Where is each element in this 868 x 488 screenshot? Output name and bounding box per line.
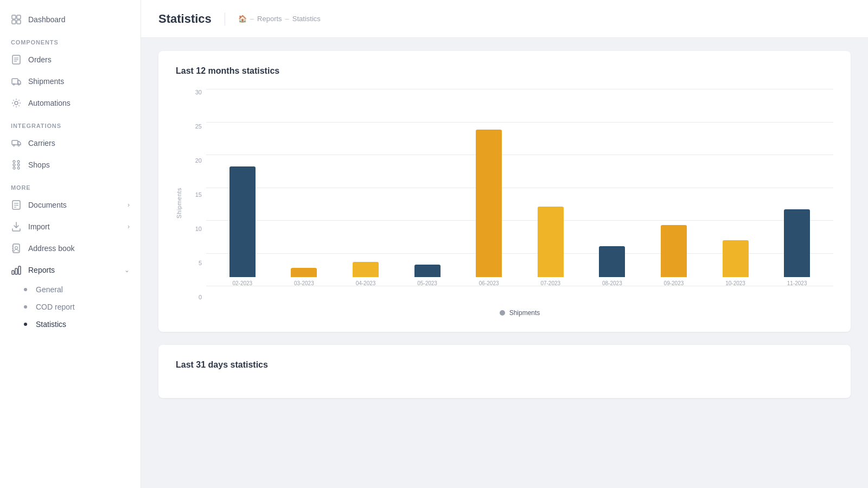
y-label-20: 20 — [195, 157, 202, 164]
breadcrumb-sep-2: – — [285, 15, 289, 23]
sidebar: Dashboard COMPONENTS Orders Shipments — [0, 0, 141, 488]
breadcrumb: 🏠 – Reports – Statistics — [238, 15, 321, 23]
automations-icon — [11, 98, 22, 108]
bar-label-11-2023: 11-2023 — [787, 280, 807, 286]
bar-06-2023[interactable] — [476, 130, 502, 277]
sidebar-sub-item-statistics-label: Statistics — [36, 320, 66, 329]
bar-11-2023[interactable] — [784, 209, 810, 277]
main-content: Statistics 🏠 – Reports – Statistics Last… — [141, 0, 868, 488]
sidebar-sub-item-general-label: General — [36, 285, 63, 294]
shipments-icon — [11, 76, 22, 87]
svg-rect-1 — [17, 15, 21, 19]
svg-rect-8 — [12, 79, 18, 84]
sidebar-item-carriers[interactable]: Carriers — [0, 132, 141, 154]
svg-rect-31 — [15, 268, 17, 274]
svg-point-19 — [13, 160, 15, 163]
svg-rect-12 — [12, 140, 18, 145]
reports-icon — [11, 265, 22, 275]
sidebar-sub-item-statistics[interactable]: Statistics — [0, 316, 141, 333]
home-icon[interactable]: 🏠 — [238, 15, 247, 23]
bar-group-05-2023: 05-2023 — [406, 265, 449, 286]
sidebar-item-documents[interactable]: Documents › — [0, 194, 141, 216]
bar-04-2023[interactable] — [353, 262, 379, 277]
header-divider — [225, 12, 225, 25]
breadcrumb-statistics: Statistics — [292, 15, 321, 23]
dashboard-icon — [11, 14, 22, 25]
bar-label-05-2023: 05-2023 — [417, 280, 437, 286]
sidebar-sub-item-general[interactable]: General — [0, 281, 141, 298]
y-label-5: 5 — [199, 260, 202, 266]
svg-point-16 — [17, 164, 20, 166]
breadcrumb-reports[interactable]: Reports — [257, 15, 282, 23]
svg-point-11 — [15, 101, 18, 105]
bar-group-10-2023: 10-2023 — [714, 240, 757, 286]
chart-area: 02-202303-202304-202305-202306-202307-20… — [206, 89, 833, 317]
bar-08-2023[interactable] — [599, 246, 625, 277]
sidebar-item-automations[interactable]: Automations — [0, 92, 141, 114]
y-label-0: 0 — [199, 294, 202, 300]
svg-point-20 — [17, 160, 20, 163]
legend-label: Shipments — [509, 309, 540, 317]
shops-icon — [11, 159, 22, 170]
bar-label-06-2023: 06-2023 — [479, 280, 499, 286]
sidebar-item-address-book[interactable]: Address book — [0, 237, 141, 259]
chart-12months-card: Last 12 months statistics Shipments 30 2… — [158, 51, 851, 332]
bar-label-10-2023: 10-2023 — [725, 280, 745, 286]
bar-group-06-2023: 06-2023 — [467, 130, 510, 286]
sidebar-item-reports-label: Reports — [28, 266, 55, 274]
sidebar-item-import-label: Import — [28, 222, 50, 231]
bar-label-02-2023: 02-2023 — [232, 280, 252, 286]
bar-03-2023[interactable] — [291, 268, 317, 277]
bar-07-2023[interactable] — [538, 207, 564, 277]
sidebar-item-dashboard[interactable]: Dashboard — [0, 9, 141, 30]
bar-group-07-2023: 07-2023 — [529, 207, 572, 286]
y-label-15: 15 — [195, 191, 202, 198]
sidebar-item-orders[interactable]: Orders — [0, 49, 141, 70]
page-header: Statistics 🏠 – Reports – Statistics — [141, 0, 868, 38]
bar-10-2023[interactable] — [723, 240, 749, 277]
sidebar-item-shipments[interactable]: Shipments — [0, 70, 141, 92]
orders-icon — [11, 54, 22, 65]
general-bullet — [24, 288, 27, 291]
y-axis-wrapper: Shipments — [176, 89, 184, 317]
sidebar-item-reports[interactable]: Reports ⌄ — [0, 259, 141, 281]
page-title: Statistics — [158, 12, 212, 26]
chart-12months-title: Last 12 months statistics — [176, 66, 833, 76]
svg-rect-32 — [18, 266, 21, 274]
reports-chevron-icon: ⌄ — [124, 266, 130, 274]
svg-rect-3 — [17, 20, 21, 24]
svg-rect-30 — [12, 271, 14, 274]
bar-group-03-2023: 03-2023 — [282, 268, 326, 286]
breadcrumb-sep-1: – — [250, 15, 254, 23]
cod-report-bullet — [24, 305, 27, 309]
svg-point-18 — [17, 167, 20, 169]
bars-container: 02-202303-202304-202305-202306-202307-20… — [206, 89, 833, 286]
bar-label-07-2023: 07-2023 — [540, 280, 560, 286]
svg-rect-0 — [12, 15, 16, 19]
bar-05-2023[interactable] — [414, 265, 441, 277]
sidebar-item-shipments-label: Shipments — [28, 77, 64, 86]
bar-label-03-2023: 03-2023 — [294, 280, 314, 286]
sidebar-item-import[interactable]: Import › — [0, 216, 141, 237]
bar-09-2023[interactable] — [661, 225, 687, 277]
bar-02-2023[interactable] — [229, 166, 256, 277]
import-icon — [11, 221, 22, 232]
addressbook-icon — [11, 243, 22, 254]
page-content: Last 12 months statistics Shipments 30 2… — [141, 38, 868, 488]
y-label-30: 30 — [195, 89, 202, 95]
sidebar-item-shops-label: Shops — [28, 160, 50, 169]
bar-label-09-2023: 09-2023 — [664, 280, 684, 286]
sidebar-section-integrations: INTEGRATIONS — [0, 114, 141, 132]
svg-point-26 — [15, 247, 18, 249]
sidebar-item-carriers-label: Carriers — [28, 139, 55, 147]
sidebar-item-documents-label: Documents — [28, 201, 67, 209]
sidebar-item-shops[interactable]: Shops — [0, 154, 141, 176]
chart-y-axis: 30 25 20 15 10 5 0 — [184, 89, 206, 317]
chart-grid: 02-202303-202304-202305-202306-202307-20… — [206, 89, 833, 303]
sidebar-sub-item-cod-report[interactable]: COD report — [0, 298, 141, 316]
sidebar-item-automations-label: Automations — [28, 99, 71, 107]
bar-group-04-2023: 04-2023 — [344, 262, 387, 286]
sidebar-item-dashboard-label: Dashboard — [28, 15, 66, 24]
carriers-icon — [11, 138, 22, 149]
y-label-10: 10 — [195, 226, 202, 232]
